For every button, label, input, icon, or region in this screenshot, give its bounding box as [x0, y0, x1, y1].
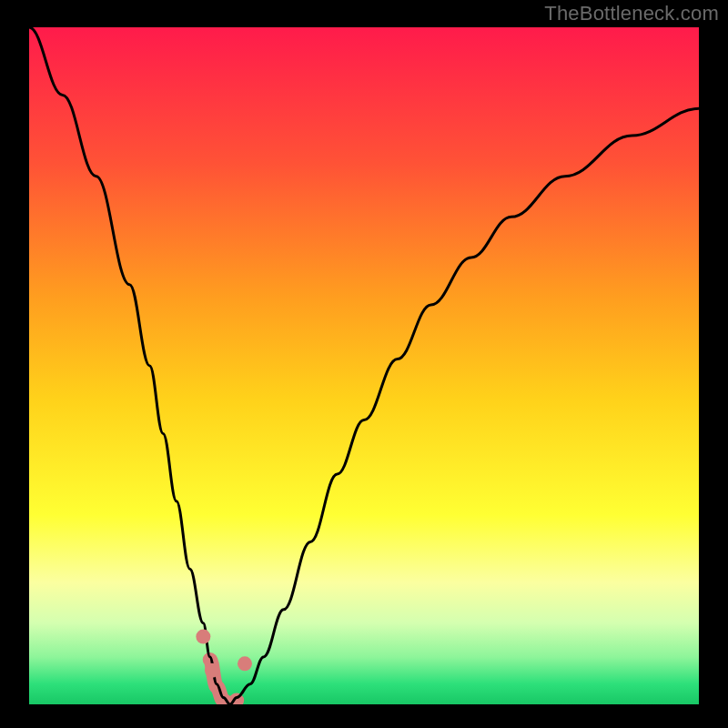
right-dot-1 [238, 656, 252, 671]
bottleneck-chart [0, 0, 728, 728]
left-dot-1 [196, 630, 210, 644]
left-dot-2 [205, 663, 219, 678]
watermark-text: TheBottleneck.com [544, 2, 719, 25]
chart-frame: TheBottleneck.com [0, 0, 728, 728]
plot-background [29, 27, 699, 704]
